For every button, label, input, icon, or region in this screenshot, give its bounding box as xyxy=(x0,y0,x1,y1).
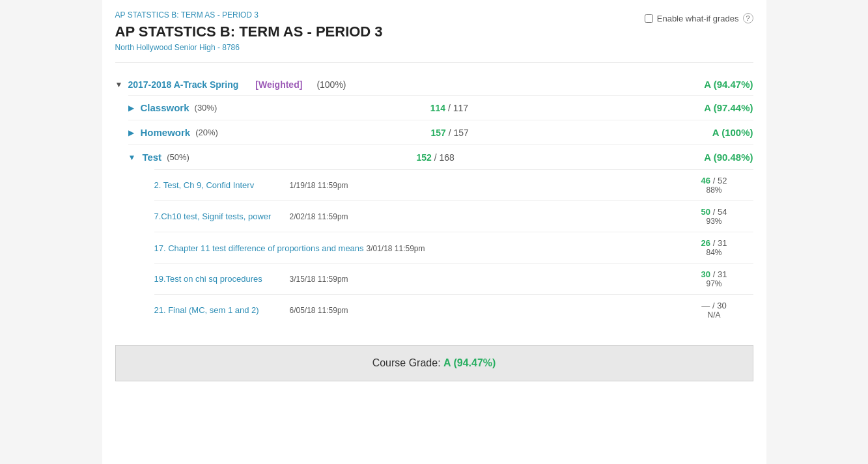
term-name: 2017-2018 A-Track Spring xyxy=(128,79,238,90)
term-row: ▼ 2017-2018 A-Track Spring [Weighted] (1… xyxy=(115,74,753,95)
homework-weight: (20%) xyxy=(195,128,218,137)
classwork-grade: A (97.44%) xyxy=(682,102,753,113)
assignment-name-0[interactable]: 2. Test, Ch 9, Confid Interv xyxy=(154,180,285,190)
assignment-score-0: 46 / 52 88% xyxy=(675,176,753,195)
assignment-date-4: 6/05/18 11:59pm xyxy=(290,306,348,315)
assignment-name-3[interactable]: 19.Test on chi sq procedures xyxy=(154,274,285,284)
assignment-name-1[interactable]: 7.Ch10 test, Signif tests, power xyxy=(154,212,285,221)
whatif-label[interactable]: Enable what-if grades xyxy=(657,14,739,23)
classwork-score: 114 / 117 xyxy=(430,103,468,113)
homework-grade: A (100%) xyxy=(682,127,753,138)
page-title: AP STATSTICS B: TERM AS - PERIOD 3 xyxy=(115,23,753,40)
list-item: 2. Test, Ch 9, Confid Interv 1/19/18 11:… xyxy=(154,169,753,200)
classwork-toggle[interactable]: ▶ xyxy=(128,103,134,113)
course-grade-bar: Course Grade: A (94.47%) xyxy=(115,345,753,381)
assignment-score-3: 30 / 31 97% xyxy=(675,269,753,288)
category-section: ▶ Classwork (30%) 114 / 117 A (97.44%) ▶… xyxy=(128,95,753,325)
header-divider xyxy=(115,62,753,63)
classwork-name: Classwork xyxy=(141,102,189,113)
homework-toggle[interactable]: ▶ xyxy=(128,128,134,137)
test-name: Test xyxy=(142,152,161,163)
school-name: North Hollywood Senior High - 8786 xyxy=(115,43,753,52)
test-score: 152 / 168 xyxy=(416,152,454,163)
assignment-score-4: — / 30 N/A xyxy=(675,301,753,320)
assignment-score-1: 50 / 54 93% xyxy=(675,207,753,226)
classwork-weight: (30%) xyxy=(195,103,217,113)
homework-name: Homework xyxy=(141,127,191,138)
category-row-classwork: ▶ Classwork (30%) 114 / 117 A (97.44%) xyxy=(128,95,753,120)
assignment-name-4[interactable]: 21. Final (MC, sem 1 and 2) xyxy=(154,305,285,315)
term-pct: (100%) xyxy=(316,79,346,90)
test-grade: A (90.48%) xyxy=(682,152,753,163)
homework-score: 157 / 157 xyxy=(430,128,468,138)
list-item: 21. Final (MC, sem 1 and 2) 6/05/18 11:5… xyxy=(154,294,753,325)
test-assignments: 2. Test, Ch 9, Confid Interv 1/19/18 11:… xyxy=(154,169,753,325)
list-item: 17. Chapter 11 test difference of propor… xyxy=(154,232,753,263)
assignment-score-2: 26 / 31 84% xyxy=(675,238,753,257)
page-wrapper: Enable what-if grades ? AP STATSTICS B: … xyxy=(102,0,766,464)
list-item: 19.Test on chi sq procedures 3/15/18 11:… xyxy=(154,263,753,294)
course-grade-value: A (94.47%) xyxy=(443,357,496,368)
whatif-checkbox[interactable] xyxy=(645,14,653,23)
term-grade: A (94.47%) xyxy=(704,79,753,90)
category-row-test: ▼ Test (50%) 152 / 168 A (90.48%) xyxy=(128,144,753,169)
assignment-date-0: 1/19/18 11:59pm xyxy=(290,181,348,190)
test-toggle[interactable]: ▼ xyxy=(128,153,136,162)
term-toggle[interactable]: ▼ xyxy=(115,80,123,89)
whatif-section: Enable what-if grades ? xyxy=(645,13,753,23)
help-icon[interactable]: ? xyxy=(743,13,753,23)
assignment-date-3: 3/15/18 11:59pm xyxy=(290,275,348,284)
test-weight: (50%) xyxy=(167,152,189,162)
course-grade-label: Course Grade: xyxy=(372,357,441,368)
assignment-name-2[interactable]: 17. Chapter 11 test difference of propor… xyxy=(154,243,364,253)
assignment-date-1: 2/02/18 11:59pm xyxy=(290,212,348,221)
term-weighted: [Weighted] xyxy=(255,79,302,90)
category-row-homework: ▶ Homework (20%) 157 / 157 A (100%) xyxy=(128,120,753,144)
list-item: 7.Ch10 test, Signif tests, power 2/02/18… xyxy=(154,200,753,232)
assignment-date-2: 3/01/18 11:59pm xyxy=(366,244,425,253)
